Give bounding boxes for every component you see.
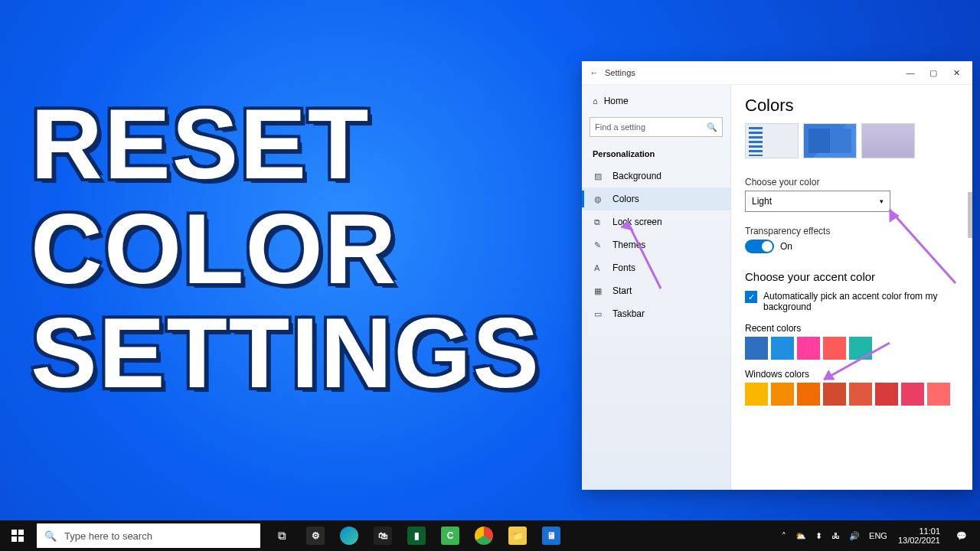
svg-rect-6: [18, 536, 24, 542]
taskbar-app[interactable]: 📁: [501, 520, 534, 551]
store-icon: 🛍: [374, 527, 392, 545]
maximize-button[interactable]: ▢: [922, 61, 945, 84]
nav-fonts[interactable]: A Fonts: [582, 256, 730, 279]
app-icon: 🖥: [542, 527, 560, 545]
nav-lock-screen-label: Lock screen: [612, 217, 662, 227]
tray-chevron[interactable]: ˄: [777, 531, 791, 541]
taskbar-clock[interactable]: 11:01 13/02/2021: [892, 527, 946, 545]
back-button[interactable]: ←: [586, 68, 602, 77]
scrollbar-thumb[interactable]: [968, 192, 972, 238]
auto-accent-label: Automatically pick an accent color from …: [763, 291, 959, 312]
choose-color-label: Choose your color: [745, 177, 959, 187]
recent-colors-row: [745, 337, 959, 360]
color-swatch[interactable]: [797, 383, 820, 406]
preview-tile[interactable]: [861, 123, 915, 158]
caption-line-2: COLOR: [31, 197, 567, 302]
sidebar-category: Personalization: [582, 143, 730, 165]
content-heading: Colors: [745, 96, 959, 116]
nav-lock-screen[interactable]: ⧉ Lock screen: [582, 210, 730, 233]
svg-rect-4: [18, 530, 24, 535]
color-swatch[interactable]: [927, 383, 950, 406]
color-swatch[interactable]: [745, 383, 768, 406]
camtasia-icon: C: [441, 527, 459, 545]
color-swatch[interactable]: [823, 383, 846, 406]
tray-icon[interactable]: ⬍: [811, 531, 827, 541]
volume-icon[interactable]: 🔊: [844, 531, 864, 541]
caption-line-3: SETTINGS: [31, 301, 567, 406]
svg-rect-3: [11, 530, 17, 535]
palette-icon: ◍: [594, 194, 605, 204]
app-icon: ⚙: [306, 527, 325, 545]
color-swatch[interactable]: [771, 383, 794, 406]
caption-line-1: RESET: [31, 92, 567, 197]
nav-taskbar-label: Taskbar: [612, 308, 645, 319]
clock-date: 13/02/2021: [898, 536, 940, 545]
find-setting-input[interactable]: Find a setting 🔍: [590, 117, 723, 137]
window-titlebar: ← Settings — ▢ ✕: [582, 61, 972, 84]
taskbar-app[interactable]: 🖥: [534, 520, 568, 551]
svg-rect-5: [11, 536, 17, 542]
transparency-toggle[interactable]: [745, 240, 774, 253]
find-setting-placeholder: Find a setting: [595, 122, 645, 132]
taskbar-app[interactable]: 🛍: [366, 520, 400, 551]
nav-themes[interactable]: ✎ Themes: [582, 233, 730, 256]
preview-tile[interactable]: [745, 123, 799, 158]
taskbar-icon: ▭: [594, 309, 605, 319]
taskbar-app[interactable]: ▮: [400, 520, 433, 551]
transparency-state: On: [780, 241, 792, 252]
recent-color-swatch[interactable]: [797, 337, 820, 360]
taskbar: 🔍 Type here to search ⧉ ⚙ 🛍 ▮ C 📁 🖥 ˄ ⛅ …: [0, 520, 980, 551]
taskbar-app[interactable]: C: [433, 520, 467, 551]
start-button[interactable]: [0, 520, 35, 551]
nav-background[interactable]: ▨ Background: [582, 165, 730, 187]
auto-accent-checkbox[interactable]: ✓: [745, 291, 757, 303]
preview-tile[interactable]: [803, 123, 857, 158]
close-button[interactable]: ✕: [945, 61, 968, 84]
language-indicator[interactable]: ENG: [864, 531, 892, 540]
picture-icon: ▨: [594, 171, 605, 181]
recent-color-swatch[interactable]: [849, 337, 872, 360]
recent-colors-label: Recent colors: [745, 323, 959, 334]
chevron-down-icon: ▾: [880, 197, 884, 205]
minimize-button[interactable]: —: [899, 61, 922, 84]
home-icon: ⌂: [593, 96, 598, 106]
task-view-button[interactable]: ⧉: [265, 520, 299, 551]
color-swatch[interactable]: [849, 383, 872, 406]
choose-color-dropdown[interactable]: Light ▾: [745, 191, 890, 212]
taskbar-app[interactable]: [467, 520, 501, 551]
nav-home[interactable]: ⌂ Home: [582, 91, 730, 111]
system-tray: ˄ ⛅ ⬍ 🖧 🔊 ENG 11:01 13/02/2021 💬: [777, 520, 980, 551]
action-center-button[interactable]: 💬: [946, 520, 977, 551]
taskbar-search-placeholder: Type here to search: [64, 530, 152, 542]
chrome-icon: [475, 527, 493, 545]
color-swatch[interactable]: [901, 383, 924, 406]
nav-home-label: Home: [604, 96, 629, 106]
windows-colors-row: [745, 383, 959, 406]
choose-color-value: Light: [752, 196, 772, 207]
nav-fonts-label: Fonts: [612, 262, 635, 273]
notification-icon: 💬: [956, 531, 967, 541]
app-icon: ▮: [407, 527, 426, 545]
edge-icon: [340, 527, 358, 545]
nav-start-label: Start: [612, 285, 632, 296]
nav-colors[interactable]: ◍ Colors: [582, 187, 730, 210]
taskbar-app[interactable]: [332, 520, 366, 551]
recent-color-swatch[interactable]: [745, 337, 768, 360]
accent-heading: Choose your accent color: [745, 270, 959, 283]
taskbar-search[interactable]: 🔍 Type here to search: [37, 523, 260, 548]
brush-icon: ✎: [594, 240, 605, 250]
recent-color-swatch[interactable]: [771, 337, 794, 360]
nav-taskbar[interactable]: ▭ Taskbar: [582, 302, 730, 325]
lock-icon: ⧉: [594, 217, 605, 227]
font-icon: A: [594, 263, 605, 272]
nav-start[interactable]: ▦ Start: [582, 279, 730, 302]
tray-icon[interactable]: ⛅: [791, 531, 811, 541]
preview-tiles: [745, 123, 959, 158]
network-icon[interactable]: 🖧: [827, 531, 844, 540]
explorer-icon: 📁: [508, 527, 527, 545]
nav-themes-label: Themes: [612, 240, 645, 250]
nav-colors-label: Colors: [612, 194, 639, 204]
taskbar-app[interactable]: ⚙: [299, 520, 332, 551]
color-swatch[interactable]: [875, 383, 898, 406]
recent-color-swatch[interactable]: [823, 337, 846, 360]
